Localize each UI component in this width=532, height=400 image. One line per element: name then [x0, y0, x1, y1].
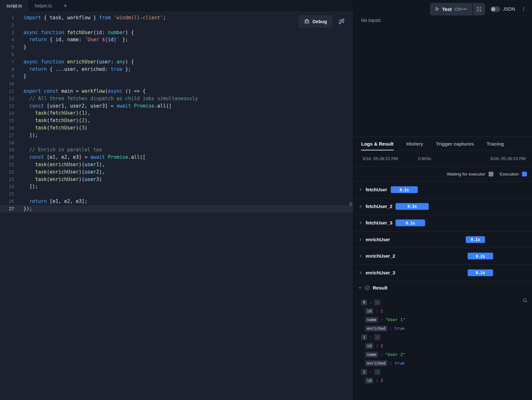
- code-line-18[interactable]: 18: [0, 139, 353, 147]
- job-row-enrichUser_2[interactable]: enrichUser_20.2s: [353, 248, 532, 265]
- code-line-23[interactable]: 23 task(enrichUser)(user3): [0, 176, 353, 183]
- code-line-3[interactable]: 3async function fetchUser(id: number) {: [0, 29, 353, 36]
- line-number: 12: [0, 95, 14, 102]
- code-editor[interactable]: 1import { task, workflow } from 'windmil…: [0, 12, 353, 400]
- ai-assist-button[interactable]: [337, 17, 346, 26]
- debug-button[interactable]: Debug: [299, 15, 332, 27]
- code-line-27[interactable]: 27});: [0, 205, 353, 213]
- job-duration-bar: 0.3s: [396, 203, 429, 210]
- screenshot-target-icon: [476, 6, 482, 12]
- code-text: // All three fetches dispatch as child j…: [14, 95, 198, 102]
- result-json-viewer: 0:-id:1name:"User 1"enriched:true1:-id:2…: [353, 294, 532, 400]
- code-line-6[interactable]: 6: [0, 51, 353, 58]
- result-row: id:2: [359, 341, 527, 350]
- job-row-fetchUser_3[interactable]: fetchUser_30.2s: [353, 215, 532, 232]
- job-row-enrichUser_3[interactable]: enrichUser_30.2s: [353, 265, 532, 281]
- code-line-8[interactable]: 8 return { ...user, enriched: true };: [0, 66, 353, 73]
- colon: :: [376, 378, 378, 383]
- code-line-16[interactable]: 16 task(fetchUser)(3): [0, 124, 353, 132]
- collapse-toggle[interactable]: -: [374, 300, 380, 305]
- result-value: "User 2": [385, 352, 406, 357]
- line-number: 24: [0, 183, 14, 190]
- line-number: 17: [0, 132, 14, 139]
- code-line-24[interactable]: 24 ]);: [0, 183, 353, 190]
- line-number: 15: [0, 117, 14, 124]
- code-line-25[interactable]: 25: [0, 190, 353, 198]
- result-key: enriched: [365, 360, 387, 366]
- code-text: const [user1, user2, user3] = await Prom…: [14, 102, 172, 110]
- code-line-13[interactable]: 13 const [user1, user2, user3] = await P…: [0, 102, 353, 110]
- debug-button-label: Debug: [313, 19, 327, 24]
- job-row-enrichUser[interactable]: enrichUser0.1s: [353, 232, 532, 248]
- editor-tab-script.ts[interactable]: script.ts: [0, 0, 28, 12]
- colon: :: [369, 369, 372, 374]
- legend-swatch: [522, 172, 527, 176]
- code-line-9[interactable]: 9}: [0, 73, 353, 80]
- test-button[interactable]: Test Ctrl+↵: [430, 3, 472, 15]
- legend-item: Waiting for executor: [447, 172, 493, 176]
- result-title: Result: [373, 285, 387, 290]
- runner-header: Test Ctrl+↵ JSON: [359, 3, 527, 15]
- line-number: 22: [0, 168, 14, 176]
- tab-logs-result[interactable]: Logs & Result: [361, 137, 394, 150]
- result-row: enriched:true: [359, 359, 527, 367]
- magic-wand-icon: [339, 18, 345, 24]
- legend-swatch: [489, 172, 493, 176]
- editor-scrollbar-marker[interactable]: [349, 202, 352, 206]
- colon: :: [369, 335, 372, 339]
- result-row: id:1: [359, 307, 527, 315]
- tab-trigger-captures[interactable]: Trigger captures: [436, 137, 474, 150]
- kebab-menu-icon: [521, 6, 526, 12]
- code-line-17[interactable]: 17 ]);: [0, 132, 353, 139]
- tab-history[interactable]: History: [406, 137, 423, 150]
- editor-tab-helper.ts[interactable]: helper.ts: [28, 0, 58, 12]
- line-number: 1: [0, 14, 14, 22]
- colon: :: [380, 317, 383, 322]
- new-tab-button[interactable]: +: [58, 0, 72, 12]
- editor-tabbar: script.tshelper.ts+: [0, 0, 353, 12]
- result-value: true: [395, 361, 405, 366]
- job-row-fetchUser_2[interactable]: fetchUser_20.3s: [353, 198, 532, 215]
- code-line-15[interactable]: 15 task(fetchUser)(2),: [0, 117, 353, 124]
- code-line-11[interactable]: 11export const main = workflow(async () …: [0, 88, 353, 95]
- kebab-menu-button[interactable]: [520, 4, 527, 14]
- json-toggle[interactable]: [490, 6, 500, 12]
- line-number: 20: [0, 154, 14, 161]
- chevron-right-icon: [359, 205, 362, 208]
- json-toggle-group: JSON: [490, 6, 515, 12]
- result-row: 1:-: [359, 333, 527, 341]
- collapse-toggle[interactable]: -: [374, 369, 380, 375]
- result-header[interactable]: Result: [353, 281, 532, 294]
- line-number: 9: [0, 73, 14, 80]
- code-line-26[interactable]: 26 return [e1, e2, e3];: [0, 198, 353, 205]
- code-line-4[interactable]: 4 return { id, name: `User ${id}` };: [0, 36, 353, 43]
- colon: :: [369, 300, 372, 305]
- code-line-12[interactable]: 12 // All three fetches dispatch as chil…: [0, 95, 353, 102]
- chevron-down-icon: [358, 286, 362, 290]
- code-line-5[interactable]: 5}: [0, 43, 353, 51]
- code-text: return { ...user, enriched: true };: [14, 66, 131, 73]
- code-line-20[interactable]: 20 const [e1, e2, e3] = await Promise.al…: [0, 154, 353, 161]
- code-line-19[interactable]: 19 // Enrich in parallel too: [0, 146, 353, 154]
- editor-actions: Debug: [299, 15, 346, 27]
- result-search-button[interactable]: [522, 298, 527, 303]
- test-button-label: Test: [442, 6, 452, 12]
- tab-tracing[interactable]: Tracing: [487, 137, 504, 150]
- result-row: name:"User 2": [359, 350, 527, 359]
- search-icon: [522, 298, 527, 303]
- code-text: return { id, name: `User ${id}` };: [14, 36, 128, 43]
- code-text: task(enrichUser)(user1),: [14, 161, 105, 168]
- line-number: 16: [0, 124, 14, 132]
- code-text: });: [14, 205, 32, 213]
- capture-target-button[interactable]: [473, 3, 485, 15]
- line-number: 13: [0, 102, 14, 110]
- play-icon: [435, 7, 439, 11]
- code-line-14[interactable]: 14 task(fetchUser)(1),: [0, 110, 353, 117]
- code-line-10[interactable]: 10: [0, 80, 353, 88]
- collapse-toggle[interactable]: -: [374, 334, 380, 340]
- code-line-7[interactable]: 7async function enrichUser(user: any) {: [0, 58, 353, 66]
- code-line-21[interactable]: 21 task(enrichUser)(user1),: [0, 161, 353, 168]
- code-line-22[interactable]: 22 task(enrichUser)(user2),: [0, 168, 353, 176]
- job-row-fetchUser[interactable]: fetchUser0.2s: [353, 182, 532, 198]
- job-duration-bar: 0.2s: [391, 186, 418, 193]
